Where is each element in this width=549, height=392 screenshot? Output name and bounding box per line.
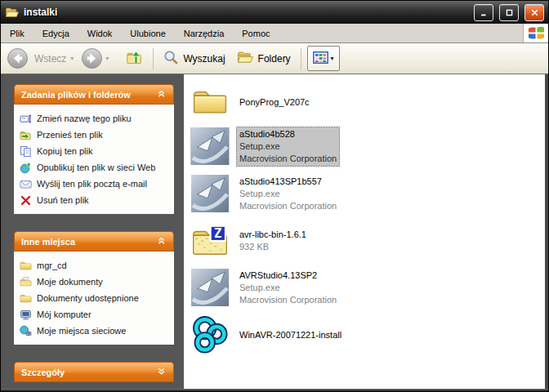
menu-plik[interactable]: Plik: [1, 24, 33, 42]
file-tile-avr-libc[interactable]: Z avr-libc-bin-1.6.1 932 KB: [190, 222, 545, 260]
file-name: aStudio413SP1b557: [239, 176, 337, 188]
section-title: Inne miejsca: [21, 237, 75, 247]
menu-bar: Plik Edycja Widok Ulubione Narzędzia Pom…: [1, 24, 548, 43]
file-name: avr-libc-bin-1.6.1: [239, 229, 306, 241]
toolbar-separator: [153, 48, 154, 69]
up-folder-icon: [126, 50, 143, 68]
up-button[interactable]: [120, 47, 149, 71]
toolbar-separator: [301, 48, 301, 69]
back-dropdown-icon[interactable]: ▾: [70, 55, 74, 62]
file-detail: Macrovision Corporation: [239, 153, 337, 165]
winavr-icon: [190, 316, 230, 354]
forward-button[interactable]: [81, 47, 103, 69]
file-detail: Setup.exe: [239, 282, 337, 294]
file-detail: Macrovision Corporation: [239, 294, 337, 306]
place-my-computer[interactable]: Mój komputer: [19, 308, 169, 321]
menu-narzedzia[interactable]: Narzędzia: [175, 24, 234, 42]
section-title: Zadania plików i folderów: [21, 90, 131, 100]
views-button[interactable]: ▾: [307, 46, 340, 71]
task-label: Przenieś ten plik: [37, 130, 103, 140]
folders-button[interactable]: Foldery: [231, 47, 297, 71]
search-icon: [163, 50, 179, 68]
place-label: mgr_cd: [37, 261, 67, 270]
menu-widok[interactable]: Widok: [78, 24, 122, 42]
windows-logo-icon: [523, 24, 548, 42]
file-tile-winavr[interactable]: WinAVR-20071221-install: [190, 316, 545, 354]
task-label: Kopiuj ten plik: [37, 146, 93, 156]
setup-icon: [190, 269, 230, 306]
file-detail: Macrovision Corporation: [239, 200, 337, 212]
file-name: aStudio4b528: [239, 128, 337, 140]
toolbar: Wstecz ▾ ▾ Wyszukaj Foldery ▾: [1, 43, 548, 74]
task-label: Zmień nazwę tego pliku: [37, 114, 132, 123]
delete-icon: [19, 194, 32, 207]
section-other-places: Inne miejsca mgr_cd Moje dokumenty Dokum…: [14, 231, 174, 345]
chevron-down-icon[interactable]: [156, 366, 167, 378]
network-icon: [19, 325, 32, 337]
file-tile-astudio413[interactable]: aStudio413SP1b557 Setup.exe Macrovision …: [190, 175, 545, 213]
section-file-tasks: Zadania plików i folderów Zmień nazwę te…: [14, 84, 174, 214]
section-file-tasks-header[interactable]: Zadania plików i folderów: [14, 84, 174, 105]
section-title: Szczegóły: [21, 368, 65, 377]
place-label: Moje dokumenty: [37, 277, 103, 287]
task-label: Opublikuj ten plik w sieci Web: [37, 163, 155, 172]
file-list[interactable]: PonyProg_V207c aStudio4b528 Setup.exe Ma…: [184, 74, 545, 389]
publish-icon: [19, 162, 32, 174]
setup-icon: [190, 175, 230, 212]
place-label: Moje miejsca sieciowe: [37, 326, 126, 336]
file-tile-astudio4b528[interactable]: aStudio4b528 Setup.exe Macrovision Corpo…: [190, 127, 545, 166]
file-tile-ponyprog[interactable]: PonyProg_V207c: [190, 86, 545, 118]
place-shared-documents[interactable]: Dokumenty udostępnione: [19, 292, 169, 305]
section-other-places-header[interactable]: Inne miejsca: [14, 231, 174, 252]
file-detail: Setup.exe: [239, 140, 337, 153]
minimize-button[interactable]: [474, 4, 493, 21]
email-icon: [19, 178, 32, 190]
file-tile-avrstudio[interactable]: AVRStudio4.13SP2 Setup.exe Macrovision C…: [190, 269, 545, 307]
close-button[interactable]: [524, 4, 544, 21]
place-mgr-cd[interactable]: mgr_cd: [19, 259, 169, 272]
file-name: PonyProg_V207c: [237, 96, 312, 109]
section-details: Szczegóły: [14, 362, 174, 382]
menu-ulubione[interactable]: Ulubione: [121, 24, 174, 42]
copy-icon: [19, 145, 32, 158]
views-dropdown-icon: ▾: [331, 55, 334, 62]
forward-dropdown-icon[interactable]: ▾: [105, 55, 109, 62]
maximize-button[interactable]: [499, 4, 519, 21]
task-rename-file[interactable]: Zmień nazwę tego pliku: [19, 112, 169, 125]
svg-text:Z: Z: [214, 226, 221, 241]
section-details-header[interactable]: Szczegóły: [14, 362, 174, 382]
task-label: Usuń ten plik: [37, 195, 89, 205]
window-title: instalki: [24, 7, 468, 18]
chevron-up-icon[interactable]: [156, 235, 167, 247]
back-button[interactable]: [7, 47, 29, 69]
shared-documents-icon: [19, 292, 32, 305]
chevron-up-icon[interactable]: [156, 88, 167, 100]
folder-icon: [19, 260, 32, 272]
title-bar[interactable]: instalki: [1, 1, 548, 24]
file-detail: Setup.exe: [239, 188, 337, 200]
place-network[interactable]: Moje miejsca sieciowe: [19, 324, 169, 337]
task-move-file[interactable]: Przenieś ten plik: [19, 128, 169, 141]
task-email-file[interactable]: Wyślij ten plik pocztą e-mail: [19, 177, 169, 190]
task-pane: Zadania plików i folderów Zmień nazwę te…: [1, 74, 184, 389]
zip-folder-icon: Z: [190, 222, 230, 260]
task-delete-file[interactable]: Usuń ten plik: [19, 194, 169, 207]
views-icon: [313, 51, 328, 66]
task-label: Wyślij ten plik pocztą e-mail: [37, 179, 147, 189]
menu-pomoc[interactable]: Pomoc: [233, 24, 279, 42]
move-icon: [19, 129, 32, 141]
folders-icon: [237, 50, 254, 68]
task-copy-file[interactable]: Kopiuj ten plik: [19, 145, 169, 158]
explorer-window: instalki Plik Edycja Widok Ulubione Narz…: [0, 0, 549, 392]
search-button[interactable]: Wyszukaj: [158, 47, 230, 71]
back-label: Wstecz: [34, 53, 66, 65]
search-label: Wyszukaj: [183, 53, 225, 65]
window-folder-icon: [5, 7, 20, 19]
menu-edycja[interactable]: Edycja: [33, 24, 78, 42]
rename-icon: [19, 113, 32, 125]
place-my-documents[interactable]: Moje dokumenty: [19, 275, 169, 288]
file-size: 932 KB: [239, 241, 306, 253]
task-publish-file[interactable]: Opublikuj ten plik w sieci Web: [19, 161, 169, 174]
my-documents-icon: [19, 276, 32, 288]
place-label: Dokumenty udostępnione: [37, 293, 139, 303]
